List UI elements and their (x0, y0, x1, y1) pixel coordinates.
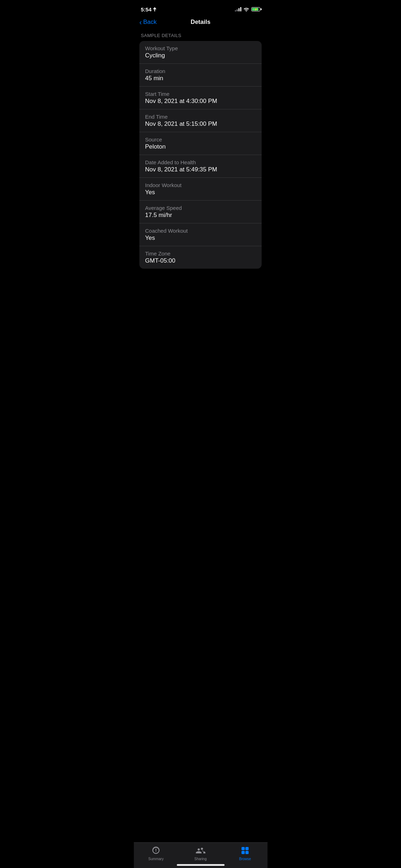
detail-row: Coached WorkoutYes (139, 223, 262, 246)
detail-label: Average Speed (145, 205, 256, 211)
detail-value: 45 min (145, 75, 256, 82)
detail-row: End TimeNov 8, 2021 at 5:15:00 PM (139, 109, 262, 132)
detail-label: Indoor Workout (145, 182, 256, 188)
detail-label: Source (145, 136, 256, 143)
detail-row: Average Speed17.5 mi/hr (139, 201, 262, 223)
status-time: 5:54 (141, 6, 156, 12)
detail-label: End Time (145, 114, 256, 120)
detail-value: Yes (145, 189, 256, 196)
details-card: Workout TypeCyclingDuration45 minStart T… (139, 41, 262, 269)
detail-row: Indoor WorkoutYes (139, 178, 262, 201)
detail-value: GMT-05:00 (145, 257, 256, 264)
content-area: SAMPLE DETAILS Workout TypeCyclingDurati… (134, 30, 267, 304)
detail-row: Workout TypeCycling (139, 41, 262, 64)
detail-value: Yes (145, 234, 256, 242)
detail-value: Nov 8, 2021 at 5:15:00 PM (145, 120, 256, 128)
back-label: Back (143, 19, 157, 26)
detail-row: Date Added to HealthNov 8, 2021 at 5:49:… (139, 155, 262, 178)
detail-value: Peloton (145, 143, 256, 150)
detail-value: Nov 8, 2021 at 4:30:00 PM (145, 98, 256, 105)
detail-value: Cycling (145, 52, 256, 59)
detail-row: Start TimeNov 8, 2021 at 4:30:00 PM (139, 87, 262, 109)
detail-label: Coached Workout (145, 228, 256, 234)
battery-icon: ⚡ (251, 7, 260, 11)
nav-title: Details (191, 19, 211, 26)
detail-label: Workout Type (145, 45, 256, 51)
detail-value: Nov 8, 2021 at 5:49:35 PM (145, 166, 256, 173)
detail-label: Date Added to Health (145, 159, 256, 165)
svg-marker-0 (153, 7, 156, 11)
status-icons: ⚡ (235, 7, 260, 11)
detail-label: Time Zone (145, 250, 256, 257)
detail-row: Duration45 min (139, 64, 262, 87)
detail-row: SourcePeloton (139, 132, 262, 155)
wifi-icon (243, 7, 249, 11)
detail-value: 17.5 mi/hr (145, 212, 256, 219)
status-bar: 5:54 ⚡ (134, 0, 267, 16)
signal-icon (235, 7, 241, 11)
detail-label: Start Time (145, 91, 256, 97)
back-chevron-icon: ‹ (139, 19, 142, 26)
nav-bar: ‹ Back Details (134, 16, 267, 30)
section-label: SAMPLE DETAILS (134, 30, 267, 41)
back-button[interactable]: ‹ Back (139, 19, 156, 26)
detail-row: Time ZoneGMT-05:00 (139, 246, 262, 269)
detail-label: Duration (145, 68, 256, 74)
